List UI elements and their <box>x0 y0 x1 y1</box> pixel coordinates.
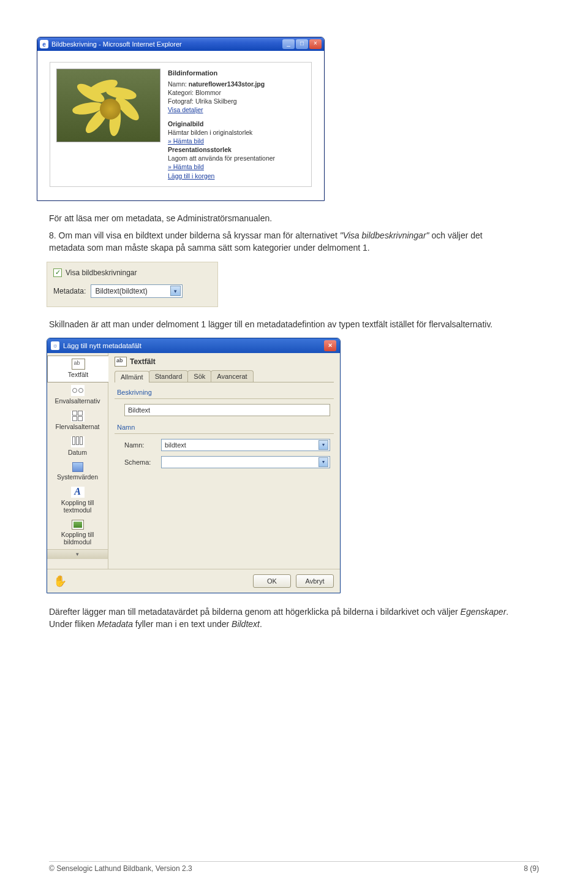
original-heading: Originalbild <box>168 120 203 127</box>
info-heading: Bildinformation <box>168 69 305 78</box>
photographer-label: Fotograf: <box>168 97 194 105</box>
metadata-dropdown-value: Bildtext(bildtext) <box>95 287 147 295</box>
dialog-close-button[interactable]: × <box>324 340 336 351</box>
gear-icon: ☼ <box>51 341 59 350</box>
page-footer: © Senselogic Lathund Bildbank, Version 2… <box>49 861 539 873</box>
photographer-value: Ulrika Skilberg <box>195 97 237 105</box>
original-text: Hämtar bilden i originalstorlek <box>168 129 252 136</box>
ie-window-title: Bildbeskrivning - Microsoft Internet Exp… <box>51 40 182 48</box>
paragraph-after-dialog: Därefter lägger man till metadatavärdet … <box>49 606 514 631</box>
tab-standard[interactable]: Standard <box>149 370 189 382</box>
ok-button[interactable]: OK <box>253 574 291 588</box>
ie-titlebar: e Bildbeskrivning - Microsoft Internet E… <box>37 37 324 51</box>
name-select[interactable]: bildtext▾ <box>161 439 330 451</box>
textfield-icon <box>115 357 127 367</box>
sidebar-item-systemvalues[interactable]: Systemvärden <box>47 460 108 484</box>
name-field-label: Namn: <box>124 441 156 449</box>
name-label: Namn: <box>168 80 187 88</box>
flower-photo <box>56 69 160 142</box>
paragraph-metadata-ref: För att läsa mer om metadata, se Adminis… <box>49 212 514 224</box>
close-button[interactable]: × <box>309 39 322 49</box>
name-value: natureflower1343stor.jpg <box>189 80 265 88</box>
chevron-down-icon: ▾ <box>318 440 328 450</box>
hand-icon: ✋ <box>53 574 67 588</box>
sidebar-item-textmodule-link[interactable]: AKoppling till textmodul <box>47 484 108 517</box>
sidebar-scroll-down[interactable]: ▾ <box>47 549 108 559</box>
image-info-card: Bildinformation Namn: natureflower1343st… <box>50 62 312 187</box>
metadata-settings-screenshot: ✓ Visa bildbeskrivningar Metadata: Bildt… <box>47 262 218 307</box>
dialog-title: Lägg till nytt metadatafält <box>63 342 141 349</box>
dialog-main-panel: Textfält Allmänt Standard Sök Avancerat … <box>108 353 340 569</box>
add-to-basket-link[interactable]: Lägg till i korgen <box>168 172 214 180</box>
presentation-text: Lagom att använda för presentationer <box>168 154 275 162</box>
group-description: Beskrivning <box>117 389 334 396</box>
minimize-button[interactable]: _ <box>282 39 295 49</box>
add-metadata-dialog: ☼ Lägg till nytt metadatafält × Textfält… <box>47 338 341 593</box>
ie-window-screenshot: e Bildbeskrivning - Microsoft Internet E… <box>37 37 325 201</box>
chevron-down-icon: ▾ <box>318 457 328 467</box>
original-download-link[interactable]: » Hämta bild <box>168 137 204 145</box>
show-descriptions-label: Visa bildbeskrivningar <box>66 268 137 277</box>
cancel-button[interactable]: Avbryt <box>296 574 334 588</box>
description-input[interactable]: Bildtext <box>124 404 330 416</box>
sidebar-item-imagemodule-link[interactable]: Koppling till bildmodul <box>47 517 108 549</box>
group-name: Namn <box>117 424 334 431</box>
presentation-download-link[interactable]: » Hämta bild <box>168 163 204 170</box>
footer-page-number: 8 (9) <box>524 864 539 873</box>
category-value: Blommor <box>195 89 221 96</box>
field-type-sidebar: Textfält Envalsalternativ Flervalsaltern… <box>47 353 108 569</box>
tab-search[interactable]: Sök <box>187 370 211 382</box>
document-page: e Bildbeskrivning - Microsoft Internet E… <box>0 0 588 890</box>
tab-advanced[interactable]: Avancerat <box>211 370 253 382</box>
paragraph-step-8: 8. Om man vill visa en bildtext under bi… <box>49 229 514 254</box>
metadata-label: Metadata: <box>53 287 86 295</box>
schema-field-label: Schema: <box>124 458 156 466</box>
sidebar-item-textfield[interactable]: Textfält <box>47 356 108 382</box>
ie-logo-icon: e <box>40 40 48 48</box>
chevron-down-icon: ▾ <box>170 286 181 296</box>
dialog-titlebar: ☼ Lägg till nytt metadatafält × <box>47 338 340 353</box>
details-link[interactable]: Visa detaljer <box>168 106 203 113</box>
schema-select[interactable]: ▾ <box>161 456 330 468</box>
tab-general[interactable]: Allmänt <box>115 371 149 382</box>
maximize-button[interactable]: □ <box>296 39 308 49</box>
dialog-footer: ✋ OK Avbryt <box>47 569 340 593</box>
dialog-tabs: Allmänt Standard Sök Avancerat <box>115 370 334 382</box>
category-label: Kategori: <box>168 89 194 96</box>
panel-heading: Textfält <box>115 357 334 367</box>
show-descriptions-checkbox[interactable]: ✓ <box>53 268 62 277</box>
presentation-heading: Presentationsstorlek <box>168 146 232 153</box>
footer-copyright: © Senselogic Lathund Bildbank, Version 2… <box>49 864 192 873</box>
sidebar-item-multichoice[interactable]: Flervalsalternat <box>47 408 108 434</box>
paragraph-difference: Skillnaden är att man under delmoment 1 … <box>49 318 514 330</box>
sidebar-item-singlechoice[interactable]: Envalsalternativ <box>47 382 108 408</box>
sidebar-item-date[interactable]: Datum <box>47 434 108 460</box>
metadata-dropdown[interactable]: Bildtext(bildtext) ▾ <box>91 284 183 298</box>
